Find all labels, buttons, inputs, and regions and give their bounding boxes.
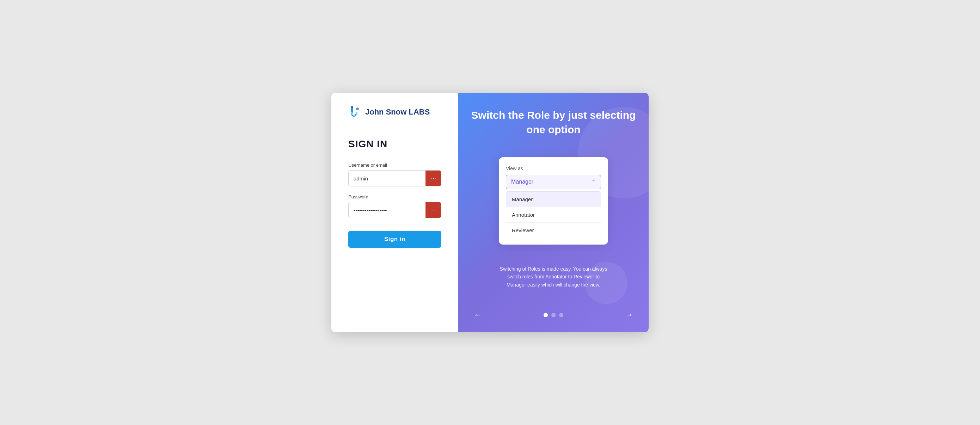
dropdown-item-reviewer[interactable]: Reviewer — [506, 222, 601, 238]
dots-pagination — [544, 313, 563, 317]
role-dropdown-card: View as Manager ⌃ Manager Annotator Revi… — [499, 157, 608, 244]
logo-area: John Snow LABS — [348, 105, 441, 119]
dots-icon: ··· — [430, 175, 437, 181]
logo-text: John Snow LABS — [365, 108, 430, 117]
pagination-area: ← → — [471, 309, 636, 321]
page-title: SIGN IN — [348, 138, 441, 150]
password-label: Password — [348, 194, 441, 200]
svg-rect-1 — [351, 106, 353, 108]
prev-arrow-button[interactable]: ← — [471, 309, 484, 321]
right-panel: Switch the Role by just selecting one op… — [458, 93, 649, 332]
dropdown-item-annotator[interactable]: Annotator — [506, 207, 601, 222]
username-label: Username or email — [348, 162, 441, 168]
password-toggle-button[interactable]: ··· — [425, 202, 441, 218]
dropdown-trigger[interactable]: Manager ⌃ — [506, 175, 601, 189]
password-input[interactable] — [348, 203, 425, 217]
left-panel: John Snow LABS SIGN IN Username or email… — [331, 93, 458, 332]
dropdown-item-manager[interactable]: Manager — [506, 192, 601, 207]
password-input-wrapper: ··· — [348, 202, 441, 218]
username-input[interactable] — [348, 171, 425, 186]
pagination-dot-2[interactable] — [551, 313, 555, 317]
view-as-label: View as — [506, 166, 601, 171]
dots-icon-password: ··· — [430, 207, 437, 213]
username-input-wrapper: ··· — [348, 170, 441, 186]
svg-point-2 — [356, 108, 359, 110]
subtitle-text: Switching of Roles is made easy. You can… — [497, 265, 610, 289]
username-toggle-button[interactable]: ··· — [425, 171, 441, 186]
sign-in-button[interactable]: Sign in — [348, 231, 441, 248]
selected-role-text: Manager — [511, 179, 533, 185]
next-arrow-button[interactable]: → — [622, 309, 636, 321]
pagination-dot-1[interactable] — [544, 313, 548, 317]
chevron-up-icon: ⌃ — [591, 179, 596, 186]
jsl-logo-icon — [348, 105, 362, 119]
dropdown-list: Manager Annotator Reviewer — [506, 191, 601, 238]
pagination-dot-3[interactable] — [559, 313, 563, 317]
svg-rect-3 — [356, 112, 358, 115]
right-title: Switch the Role by just selecting one op… — [471, 108, 636, 137]
modal-container: John Snow LABS SIGN IN Username or email… — [331, 93, 649, 332]
